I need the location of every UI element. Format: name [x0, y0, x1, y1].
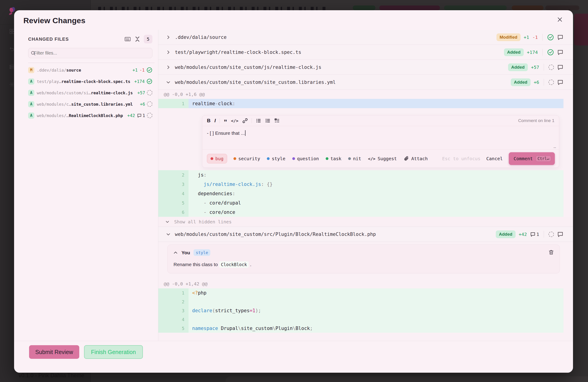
- tag-task[interactable]: task: [325, 154, 342, 163]
- cancel-button[interactable]: Cancel: [486, 156, 503, 161]
- pending-review-icon: [147, 90, 152, 95]
- diff-line[interactable]: 1 realtime-clock:: [158, 99, 573, 108]
- approve-file-button[interactable]: [548, 65, 554, 70]
- show-hidden-lines-button[interactable]: Show all hidden lines: [158, 217, 573, 227]
- code-line[interactable]: declare(strict_types=1);: [189, 306, 564, 315]
- toolbar-divider: [220, 118, 220, 123]
- code-line[interactable]: namespace Drupal\site_custom\Plugin\Bloc…: [189, 324, 564, 333]
- diff-line[interactable]: 5 - core/drupal: [158, 198, 573, 207]
- chevron-down-icon: [166, 80, 171, 85]
- filter-files-input[interactable]: [28, 48, 152, 58]
- collapse-all-button[interactable]: [134, 36, 141, 42]
- code-line[interactable]: [189, 315, 564, 324]
- keyboard-shortcuts-button[interactable]: [124, 36, 131, 43]
- diff-line[interactable]: 6 - core/once: [158, 207, 573, 217]
- close-button[interactable]: [555, 15, 564, 24]
- file-list-item[interactable]: A web/modules/c…site_custom.libraries.ym…: [28, 98, 152, 110]
- close-icon: [557, 16, 563, 23]
- file-path: .ddev/dalia/source: [175, 35, 494, 40]
- trash-icon: [548, 249, 554, 255]
- pending-review-icon: [147, 101, 152, 107]
- resize-grip[interactable]: ...: [202, 144, 559, 150]
- file-path: test/playwright/realtime-clock-block.spe…: [175, 49, 502, 55]
- line-number: 3: [158, 180, 189, 189]
- approve-file-button[interactable]: [548, 232, 554, 237]
- ordered-list-icon[interactable]: [265, 118, 271, 123]
- comment-bubble-icon: [557, 231, 564, 237]
- italic-icon[interactable]: I: [214, 118, 216, 124]
- diff-line[interactable]: 5 namespace Drupal\site_custom\Plugin\Bl…: [158, 324, 573, 333]
- file-comment-button[interactable]: [557, 49, 564, 55]
- file-diff-row[interactable]: web/modules/custom/site_custom/js/realti…: [158, 60, 573, 75]
- code-line[interactable]: [189, 297, 564, 306]
- code-line[interactable]: <?php: [189, 288, 564, 297]
- comment-textarea[interactable]: - [ ] Ensure that ...: [202, 126, 559, 144]
- comment-author: You: [181, 250, 190, 255]
- task-list-icon[interactable]: [274, 118, 280, 123]
- file-diff-row[interactable]: test/playwright/realtime-clock-block.spe…: [158, 45, 573, 60]
- delete-comment-button[interactable]: [548, 249, 554, 256]
- pending-review-icon: [548, 65, 554, 70]
- tag-question[interactable]: question: [292, 154, 319, 163]
- tag-nit[interactable]: nit: [348, 154, 361, 163]
- diff-line[interactable]: 4 dependencies:: [158, 189, 573, 198]
- finish-generation-button[interactable]: Finish Generation: [84, 345, 143, 359]
- file-path: web/modules/custom/site_custom/site_cust…: [175, 80, 508, 85]
- pending-review-icon: [548, 80, 554, 85]
- diff-line[interactable]: 2 js:: [158, 170, 573, 180]
- diff-pane: .ddev/dalia/source Modified +1 -1 test/p…: [158, 30, 573, 341]
- line-number: 6: [158, 207, 189, 217]
- file-list-item[interactable]: A web/modules/…RealtimeClockBlock.php +4…: [28, 110, 152, 121]
- removed-count: -1: [139, 67, 145, 72]
- bold-icon[interactable]: B: [207, 118, 210, 124]
- file-comment-button[interactable]: [557, 34, 564, 41]
- file-list-item[interactable]: A test/play…realtime-clock-block.spec.ts…: [28, 76, 152, 87]
- attach-button[interactable]: Attach: [403, 154, 428, 163]
- diff-line[interactable]: 2: [158, 297, 573, 306]
- link-icon[interactable]: [242, 118, 248, 123]
- diff-line[interactable]: 4: [158, 315, 573, 324]
- approve-file-button[interactable]: [547, 49, 554, 56]
- comment-bubble-icon: [557, 79, 564, 86]
- file-diff-row[interactable]: .ddev/dalia/source Modified +1 -1: [158, 30, 573, 45]
- tag-style[interactable]: style: [266, 154, 286, 163]
- code-line[interactable]: js/realtime-clock.js: {}: [189, 180, 564, 189]
- code-line[interactable]: - core/drupal: [189, 198, 564, 207]
- diff-line[interactable]: 3 js/realtime-clock.js: {}: [158, 180, 573, 189]
- file-comment-button[interactable]: [557, 231, 564, 237]
- code-line[interactable]: js:: [189, 170, 564, 180]
- diff-line[interactable]: 1 <?php: [158, 288, 573, 297]
- file-comment-button[interactable]: [557, 79, 564, 86]
- comment-bubble-icon: [557, 49, 564, 55]
- approve-file-button[interactable]: [547, 34, 554, 41]
- code-icon[interactable]: </>: [231, 118, 238, 123]
- submit-review-button[interactable]: Submit Review: [29, 345, 79, 359]
- bullet-list-icon[interactable]: [256, 118, 261, 123]
- status-badge: Added: [504, 48, 524, 56]
- code-line[interactable]: dependencies:: [189, 189, 564, 198]
- code-icon: </>: [368, 156, 376, 161]
- file-diff-row-expanded[interactable]: web/modules/custom/site_custom/site_cust…: [158, 75, 573, 90]
- divider: [542, 49, 543, 56]
- code-line-selected[interactable]: realtime-clock:: [189, 99, 564, 108]
- blockquote-icon[interactable]: ”: [224, 118, 227, 123]
- comment-text: Rename this class to: [173, 262, 219, 267]
- tag-bug[interactable]: bug: [207, 154, 227, 163]
- divider: [544, 79, 544, 86]
- code-line[interactable]: - core/once: [189, 207, 564, 217]
- suggest-button[interactable]: </> Suggest: [367, 154, 397, 163]
- editor-toolbar: B I ” </>: [202, 115, 559, 126]
- status-badge: Modified: [497, 33, 521, 41]
- file-list-item[interactable]: M .ddev/dalia/source +1 -1: [28, 64, 152, 76]
- page-title: Review Changes: [23, 16, 85, 25]
- tag-security[interactable]: security: [233, 154, 260, 163]
- file-diff-row-expanded[interactable]: web/modules/custom/site_custom/src/Plugi…: [158, 227, 573, 242]
- file-comment-button[interactable]: [557, 64, 564, 70]
- approve-file-button[interactable]: [548, 80, 554, 85]
- comment-submit-button[interactable]: Comment Ctrl↵: [509, 152, 555, 165]
- hunk-header: @@ -0,0 +1,42 @@: [158, 279, 573, 288]
- added-count: +57: [137, 90, 145, 95]
- tag-dot: [326, 157, 328, 160]
- diff-line[interactable]: 3 declare(strict_types=1);: [158, 306, 573, 315]
- file-list-item[interactable]: A web/modules/custom/si…realtime-clock.j…: [28, 87, 152, 98]
